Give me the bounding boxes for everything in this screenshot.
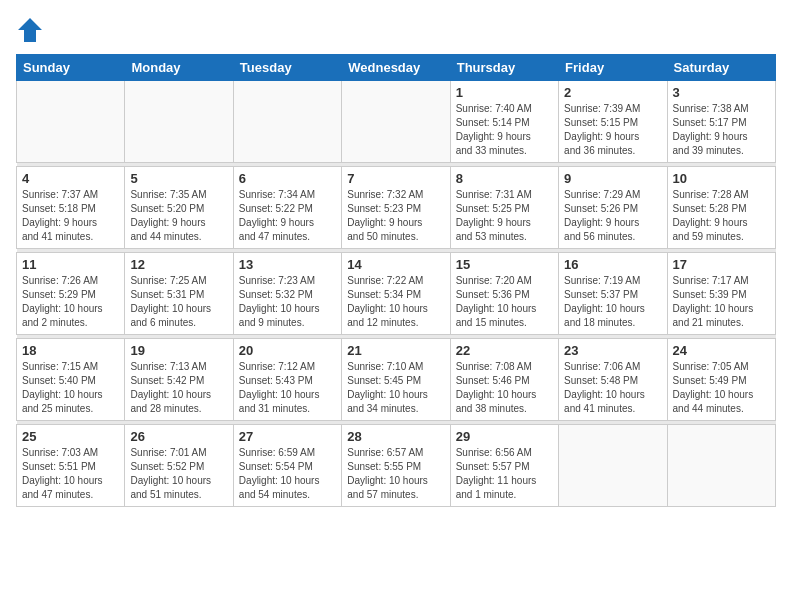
calendar-day-cell (342, 81, 450, 163)
calendar-day-cell: 18Sunrise: 7:15 AM Sunset: 5:40 PM Dayli… (17, 339, 125, 421)
calendar-day-cell: 19Sunrise: 7:13 AM Sunset: 5:42 PM Dayli… (125, 339, 233, 421)
svg-marker-0 (18, 18, 42, 42)
calendar-table: SundayMondayTuesdayWednesdayThursdayFrid… (16, 54, 776, 507)
day-number: 23 (564, 343, 661, 358)
calendar-day-cell: 22Sunrise: 7:08 AM Sunset: 5:46 PM Dayli… (450, 339, 558, 421)
calendar-day-cell (559, 425, 667, 507)
day-info: Sunrise: 7:03 AM Sunset: 5:51 PM Dayligh… (22, 446, 119, 502)
day-number: 5 (130, 171, 227, 186)
day-info: Sunrise: 7:37 AM Sunset: 5:18 PM Dayligh… (22, 188, 119, 244)
day-info: Sunrise: 7:38 AM Sunset: 5:17 PM Dayligh… (673, 102, 770, 158)
day-info: Sunrise: 7:19 AM Sunset: 5:37 PM Dayligh… (564, 274, 661, 330)
day-number: 17 (673, 257, 770, 272)
day-info: Sunrise: 7:15 AM Sunset: 5:40 PM Dayligh… (22, 360, 119, 416)
weekday-header-cell: Sunday (17, 55, 125, 81)
calendar-day-cell: 7Sunrise: 7:32 AM Sunset: 5:23 PM Daylig… (342, 167, 450, 249)
calendar-day-cell: 2Sunrise: 7:39 AM Sunset: 5:15 PM Daylig… (559, 81, 667, 163)
calendar-day-cell: 8Sunrise: 7:31 AM Sunset: 5:25 PM Daylig… (450, 167, 558, 249)
day-number: 24 (673, 343, 770, 358)
day-info: Sunrise: 7:23 AM Sunset: 5:32 PM Dayligh… (239, 274, 336, 330)
day-info: Sunrise: 7:17 AM Sunset: 5:39 PM Dayligh… (673, 274, 770, 330)
calendar-day-cell: 1Sunrise: 7:40 AM Sunset: 5:14 PM Daylig… (450, 81, 558, 163)
calendar-day-cell: 21Sunrise: 7:10 AM Sunset: 5:45 PM Dayli… (342, 339, 450, 421)
day-info: Sunrise: 6:57 AM Sunset: 5:55 PM Dayligh… (347, 446, 444, 502)
logo (16, 16, 48, 44)
day-info: Sunrise: 7:34 AM Sunset: 5:22 PM Dayligh… (239, 188, 336, 244)
weekday-header-cell: Wednesday (342, 55, 450, 81)
day-number: 10 (673, 171, 770, 186)
day-number: 4 (22, 171, 119, 186)
calendar-day-cell: 28Sunrise: 6:57 AM Sunset: 5:55 PM Dayli… (342, 425, 450, 507)
calendar-week-row: 11Sunrise: 7:26 AM Sunset: 5:29 PM Dayli… (17, 253, 776, 335)
calendar-week-row: 25Sunrise: 7:03 AM Sunset: 5:51 PM Dayli… (17, 425, 776, 507)
day-info: Sunrise: 7:08 AM Sunset: 5:46 PM Dayligh… (456, 360, 553, 416)
calendar-day-cell: 6Sunrise: 7:34 AM Sunset: 5:22 PM Daylig… (233, 167, 341, 249)
day-number: 7 (347, 171, 444, 186)
calendar-day-cell: 16Sunrise: 7:19 AM Sunset: 5:37 PM Dayli… (559, 253, 667, 335)
day-number: 21 (347, 343, 444, 358)
day-info: Sunrise: 7:10 AM Sunset: 5:45 PM Dayligh… (347, 360, 444, 416)
calendar-day-cell: 12Sunrise: 7:25 AM Sunset: 5:31 PM Dayli… (125, 253, 233, 335)
calendar-day-cell (233, 81, 341, 163)
calendar-day-cell: 25Sunrise: 7:03 AM Sunset: 5:51 PM Dayli… (17, 425, 125, 507)
weekday-header-cell: Saturday (667, 55, 775, 81)
day-number: 29 (456, 429, 553, 444)
weekday-header-cell: Monday (125, 55, 233, 81)
day-info: Sunrise: 7:26 AM Sunset: 5:29 PM Dayligh… (22, 274, 119, 330)
day-number: 14 (347, 257, 444, 272)
day-info: Sunrise: 7:13 AM Sunset: 5:42 PM Dayligh… (130, 360, 227, 416)
day-number: 9 (564, 171, 661, 186)
calendar-day-cell: 29Sunrise: 6:56 AM Sunset: 5:57 PM Dayli… (450, 425, 558, 507)
calendar-day-cell (125, 81, 233, 163)
day-number: 22 (456, 343, 553, 358)
day-number: 3 (673, 85, 770, 100)
calendar-day-cell: 17Sunrise: 7:17 AM Sunset: 5:39 PM Dayli… (667, 253, 775, 335)
day-info: Sunrise: 7:25 AM Sunset: 5:31 PM Dayligh… (130, 274, 227, 330)
day-number: 26 (130, 429, 227, 444)
weekday-header-cell: Friday (559, 55, 667, 81)
day-info: Sunrise: 7:12 AM Sunset: 5:43 PM Dayligh… (239, 360, 336, 416)
calendar-week-row: 4Sunrise: 7:37 AM Sunset: 5:18 PM Daylig… (17, 167, 776, 249)
day-info: Sunrise: 6:59 AM Sunset: 5:54 PM Dayligh… (239, 446, 336, 502)
day-info: Sunrise: 6:56 AM Sunset: 5:57 PM Dayligh… (456, 446, 553, 502)
calendar-day-cell (17, 81, 125, 163)
calendar-day-cell: 10Sunrise: 7:28 AM Sunset: 5:28 PM Dayli… (667, 167, 775, 249)
day-number: 28 (347, 429, 444, 444)
logo-icon (16, 16, 44, 44)
day-info: Sunrise: 7:31 AM Sunset: 5:25 PM Dayligh… (456, 188, 553, 244)
day-info: Sunrise: 7:40 AM Sunset: 5:14 PM Dayligh… (456, 102, 553, 158)
weekday-header-cell: Tuesday (233, 55, 341, 81)
day-number: 19 (130, 343, 227, 358)
day-number: 13 (239, 257, 336, 272)
day-info: Sunrise: 7:20 AM Sunset: 5:36 PM Dayligh… (456, 274, 553, 330)
day-info: Sunrise: 7:05 AM Sunset: 5:49 PM Dayligh… (673, 360, 770, 416)
day-number: 2 (564, 85, 661, 100)
calendar-day-cell: 27Sunrise: 6:59 AM Sunset: 5:54 PM Dayli… (233, 425, 341, 507)
calendar-day-cell: 14Sunrise: 7:22 AM Sunset: 5:34 PM Dayli… (342, 253, 450, 335)
day-info: Sunrise: 7:35 AM Sunset: 5:20 PM Dayligh… (130, 188, 227, 244)
day-number: 25 (22, 429, 119, 444)
calendar-week-row: 1Sunrise: 7:40 AM Sunset: 5:14 PM Daylig… (17, 81, 776, 163)
weekday-header-row: SundayMondayTuesdayWednesdayThursdayFrid… (17, 55, 776, 81)
day-info: Sunrise: 7:01 AM Sunset: 5:52 PM Dayligh… (130, 446, 227, 502)
calendar-body: 1Sunrise: 7:40 AM Sunset: 5:14 PM Daylig… (17, 81, 776, 507)
calendar-day-cell: 11Sunrise: 7:26 AM Sunset: 5:29 PM Dayli… (17, 253, 125, 335)
calendar-day-cell: 24Sunrise: 7:05 AM Sunset: 5:49 PM Dayli… (667, 339, 775, 421)
day-number: 18 (22, 343, 119, 358)
day-info: Sunrise: 7:06 AM Sunset: 5:48 PM Dayligh… (564, 360, 661, 416)
day-info: Sunrise: 7:32 AM Sunset: 5:23 PM Dayligh… (347, 188, 444, 244)
day-number: 1 (456, 85, 553, 100)
page-header (16, 16, 776, 44)
calendar-day-cell: 13Sunrise: 7:23 AM Sunset: 5:32 PM Dayli… (233, 253, 341, 335)
calendar-day-cell: 15Sunrise: 7:20 AM Sunset: 5:36 PM Dayli… (450, 253, 558, 335)
day-number: 20 (239, 343, 336, 358)
calendar-day-cell: 4Sunrise: 7:37 AM Sunset: 5:18 PM Daylig… (17, 167, 125, 249)
day-info: Sunrise: 7:39 AM Sunset: 5:15 PM Dayligh… (564, 102, 661, 158)
calendar-day-cell: 26Sunrise: 7:01 AM Sunset: 5:52 PM Dayli… (125, 425, 233, 507)
calendar-day-cell: 9Sunrise: 7:29 AM Sunset: 5:26 PM Daylig… (559, 167, 667, 249)
calendar-day-cell: 23Sunrise: 7:06 AM Sunset: 5:48 PM Dayli… (559, 339, 667, 421)
day-number: 12 (130, 257, 227, 272)
day-info: Sunrise: 7:22 AM Sunset: 5:34 PM Dayligh… (347, 274, 444, 330)
day-number: 11 (22, 257, 119, 272)
day-number: 16 (564, 257, 661, 272)
